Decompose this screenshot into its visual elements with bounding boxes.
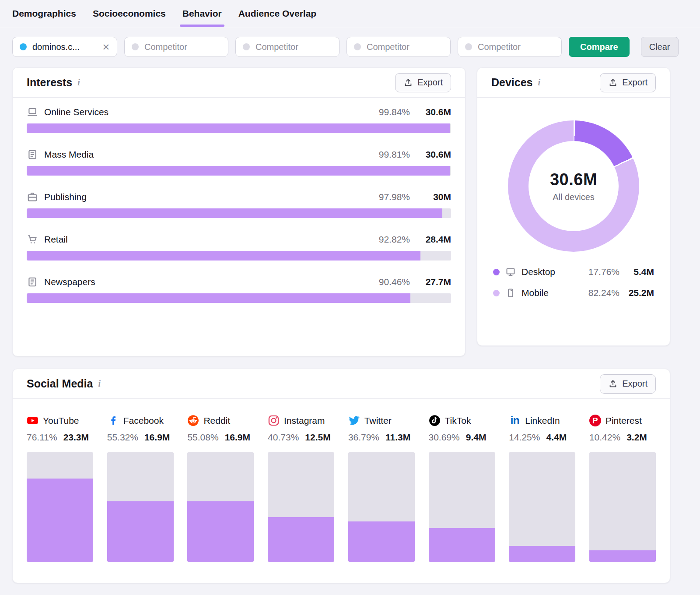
platform-name: Reddit xyxy=(203,415,230,426)
social-column-pinterest: P Pinterest 10.42% 3.2M xyxy=(589,415,656,562)
facebook-icon xyxy=(107,415,119,426)
laptop-icon xyxy=(27,106,38,118)
legend-row-desktop: Desktop 17.76% 5.4M xyxy=(493,267,654,277)
devices-donut-chart: 30.6M All devices xyxy=(508,120,639,252)
platform-bar xyxy=(268,452,334,562)
clear-button[interactable]: Clear xyxy=(641,37,679,57)
interest-row: Newspapers 90.46% 27.7M xyxy=(27,276,451,303)
interest-percent: 97.98% xyxy=(370,192,410,202)
legend-value: 5.4M xyxy=(625,267,654,277)
social-title: Social Media xyxy=(27,377,93,390)
newspaper-icon xyxy=(27,149,38,160)
desktop-legend-dot xyxy=(493,269,500,275)
platform-bar xyxy=(509,452,575,562)
competitor-input-1[interactable]: Competitor xyxy=(124,37,228,57)
compare-button[interactable]: Compare xyxy=(569,37,630,57)
briefcase-icon xyxy=(27,191,38,203)
competitor-input-2[interactable]: Competitor xyxy=(235,37,340,57)
remove-domain-icon[interactable]: ✕ xyxy=(102,42,110,52)
tab-socioeconomics[interactable]: Socioeconomics xyxy=(93,0,166,27)
reddit-icon xyxy=(187,415,199,426)
platform-bar xyxy=(107,452,174,562)
social-column-tiktok: TikTok 30.69% 9.4M xyxy=(429,415,495,562)
legend-percent: 17.76% xyxy=(581,267,620,277)
export-button[interactable]: Export xyxy=(395,73,451,92)
interest-bar xyxy=(27,251,451,261)
social-media-card: Social Media i Export YouTube 76.11% 23.… xyxy=(12,369,670,583)
pinterest-icon: P xyxy=(589,415,601,426)
competitor-dot-icon xyxy=(243,43,250,50)
competitor-input-4[interactable]: Competitor xyxy=(458,37,562,57)
interest-bar xyxy=(27,166,451,176)
platform-percent: 40.73% xyxy=(268,432,299,443)
social-column-twitter: Twitter 36.79% 11.3M xyxy=(348,415,415,562)
devices-title: Devices xyxy=(491,76,533,89)
social-column-linkedin: in LinkedIn 14.25% 4.4M xyxy=(509,415,575,562)
platform-bar xyxy=(348,452,415,562)
domain-dot-icon xyxy=(20,43,27,50)
linkedin-icon: in xyxy=(509,415,521,426)
legend-percent: 82.24% xyxy=(581,288,620,298)
interest-value: 28.4M xyxy=(418,234,451,245)
interest-label: Newspapers xyxy=(44,277,95,287)
export-icon xyxy=(403,78,413,88)
interest-percent: 92.82% xyxy=(370,234,410,245)
export-button[interactable]: Export xyxy=(600,374,656,394)
donut-total: 30.6M xyxy=(550,170,597,189)
interest-percent: 99.81% xyxy=(370,149,410,160)
platform-bar xyxy=(187,452,254,562)
newspaper-icon xyxy=(27,276,38,288)
social-column-facebook: Facebook 55.32% 16.9M xyxy=(107,415,174,562)
legend-label: Desktop xyxy=(522,267,555,277)
interest-label: Retail xyxy=(44,234,68,245)
info-icon[interactable]: i xyxy=(538,77,541,88)
interest-bar xyxy=(27,208,451,218)
competitor-dot-icon xyxy=(465,43,472,50)
legend-label: Mobile xyxy=(522,288,549,298)
competitor-dot-icon xyxy=(132,43,139,50)
platform-percent: 55.32% xyxy=(107,432,138,443)
domain-chip[interactable]: dominos.c... ✕ xyxy=(12,37,117,57)
info-icon[interactable]: i xyxy=(98,379,101,389)
monitor-icon xyxy=(505,267,516,277)
tab-demographics[interactable]: Demographics xyxy=(12,0,76,27)
interests-card: Interests i Export Online Services 99. xyxy=(12,67,466,356)
competitor-placeholder: Competitor xyxy=(367,42,443,52)
platform-value: 9.4M xyxy=(466,432,486,443)
interest-bar xyxy=(27,123,451,133)
platform-name: Twitter xyxy=(364,415,392,426)
interests-title: Interests xyxy=(27,76,72,89)
interest-value: 27.7M xyxy=(418,277,451,287)
domain-label: dominos.c... xyxy=(32,42,96,52)
competitor-placeholder: Competitor xyxy=(256,42,332,52)
tab-audience-overlap[interactable]: Audience Overlap xyxy=(238,0,317,27)
platform-name: LinkedIn xyxy=(525,415,560,426)
export-icon xyxy=(608,78,618,88)
social-column-reddit: Reddit 55.08% 16.9M xyxy=(187,415,254,562)
phone-icon xyxy=(505,288,516,298)
devices-legend: Desktop 17.76% 5.4M Mobile 82.24% 25.2M xyxy=(477,267,670,318)
instagram-icon xyxy=(268,415,280,426)
legend-value: 25.2M xyxy=(625,288,654,298)
platform-name: Pinterest xyxy=(606,415,642,426)
social-columns: YouTube 76.11% 23.3M Facebook xyxy=(13,399,670,576)
interest-percent: 99.84% xyxy=(370,107,410,117)
social-column-instagram: Instagram 40.73% 12.5M xyxy=(268,415,334,562)
competitor-input-3[interactable]: Competitor xyxy=(346,37,451,57)
interests-header: Interests i Export xyxy=(13,68,465,98)
legend-row-mobile: Mobile 82.24% 25.2M xyxy=(493,288,654,298)
donut-total-label: All devices xyxy=(553,192,595,202)
info-icon[interactable]: i xyxy=(77,77,80,88)
platform-value: 11.3M xyxy=(385,432,410,443)
platform-name: Facebook xyxy=(123,415,164,426)
platform-percent: 30.69% xyxy=(429,432,460,443)
platform-bar xyxy=(27,452,93,562)
platform-percent: 36.79% xyxy=(348,432,379,443)
interest-percent: 90.46% xyxy=(370,277,410,287)
tiktok-icon xyxy=(429,415,441,426)
interest-row: Publishing 97.98% 30M xyxy=(27,191,451,218)
interest-value: 30M xyxy=(418,192,451,202)
export-button[interactable]: Export xyxy=(600,73,656,92)
tab-behavior[interactable]: Behavior xyxy=(182,0,222,27)
interest-row: Retail 92.82% 28.4M xyxy=(27,234,451,261)
